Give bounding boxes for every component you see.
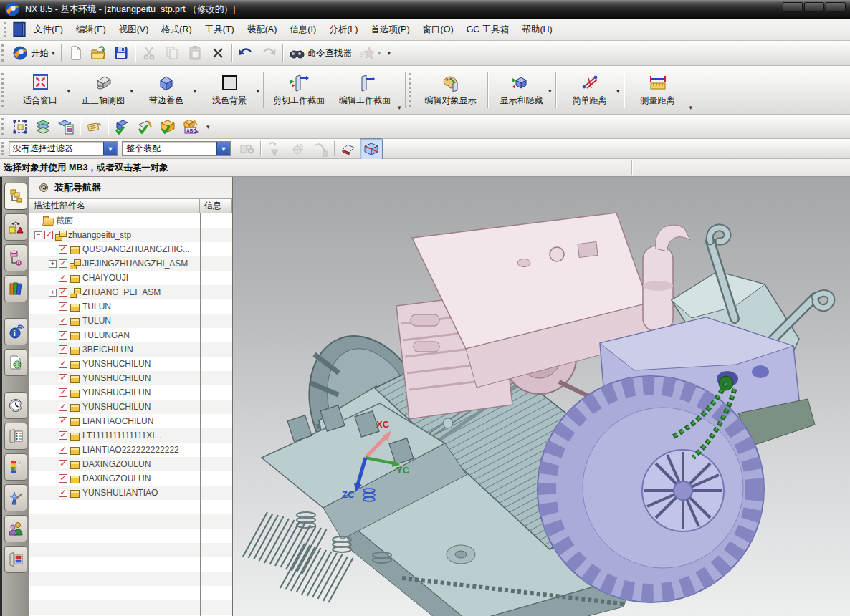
tree-item[interactable]: YUNSHUCHILUN xyxy=(29,385,232,400)
component-checkbox[interactable] xyxy=(59,259,67,268)
toolbar-overflow-icon[interactable]: ▾ xyxy=(388,49,391,57)
selection-scope-combo[interactable]: 整个装配 ▼ xyxy=(122,141,231,156)
dropdown-arrow-icon[interactable]: ▼ xyxy=(216,142,230,155)
validate-block-button[interactable] xyxy=(110,116,133,138)
layer-visible-in-view-button[interactable] xyxy=(54,116,77,138)
snap-rotate-button[interactable] xyxy=(286,138,309,160)
tree-item[interactable]: QUSUANGZHUANGZHIG... xyxy=(29,242,232,256)
trimetric-view-button[interactable]: 正三轴测图 ▾ xyxy=(72,68,135,112)
expander-icon[interactable] xyxy=(49,289,57,297)
tree-item[interactable]: ZHUANG_PEI_ASM xyxy=(29,285,232,299)
highlight-hidden-edges-button[interactable] xyxy=(337,138,360,160)
menu-item[interactable]: 格式(R) xyxy=(155,20,198,39)
menu-item[interactable]: 工具(T) xyxy=(199,20,241,39)
component-checkbox[interactable] xyxy=(44,231,53,239)
select-rectangle-button[interactable] xyxy=(9,116,32,138)
cut-button[interactable] xyxy=(138,42,161,64)
component-checkbox[interactable] xyxy=(59,403,67,411)
component-checkbox[interactable] xyxy=(59,345,67,354)
tree-item[interactable]: YUNSHUCHILUN xyxy=(29,400,232,414)
document-globe-tab[interactable] xyxy=(4,349,27,376)
tree-item[interactable]: DAXINGZOULUN xyxy=(29,457,232,471)
component-checkbox[interactable] xyxy=(59,302,67,311)
history-tab[interactable] xyxy=(4,392,27,419)
tree-item[interactable]: JIEJINGZHUANGZHI_ASM xyxy=(29,256,232,271)
tree-item[interactable]: YUNSHUCHILUN xyxy=(29,357,232,371)
layer-settings-button[interactable] xyxy=(32,116,54,138)
tree-item[interactable]: 截面 xyxy=(29,213,232,228)
measure-distance-button[interactable]: 测量距离 xyxy=(626,68,689,112)
component-checkbox[interactable] xyxy=(59,374,67,382)
redo-button[interactable] xyxy=(257,42,280,64)
expander-icon[interactable] xyxy=(34,231,42,239)
snap-point-filter-button[interactable] xyxy=(263,138,286,160)
show-and-hide-button[interactable]: 显示和隐藏 ▾ xyxy=(490,68,553,112)
drag-handle[interactable] xyxy=(1,44,5,62)
tree-item[interactable]: DAXINGZOULUN xyxy=(29,471,232,486)
menu-item[interactable]: 信息(I) xyxy=(283,20,323,39)
simple-distance-button[interactable]: 简单距离 ▾ xyxy=(558,68,621,112)
drag-handle[interactable] xyxy=(1,73,5,107)
component-checkbox[interactable] xyxy=(59,446,67,454)
component-checkbox[interactable] xyxy=(59,274,67,282)
drag-handle[interactable] xyxy=(4,22,8,37)
start-menu-button[interactable]: 开始 ▾ xyxy=(9,42,59,64)
command-finder-button[interactable]: 命令查找器 xyxy=(285,42,356,64)
menu-item[interactable]: 窗口(O) xyxy=(416,20,460,39)
undo-button[interactable] xyxy=(234,42,257,64)
window-picture-tab[interactable] xyxy=(4,546,27,573)
minimize-button[interactable] xyxy=(783,2,803,12)
people-tab[interactable] xyxy=(4,515,27,542)
column-header-info[interactable]: 信息 xyxy=(200,198,232,213)
maximize-button[interactable] xyxy=(804,2,824,12)
constraint-navigator-tab[interactable] xyxy=(4,213,27,241)
menu-item[interactable]: 视图(V) xyxy=(113,20,156,39)
tree-item[interactable]: YUNSHULIANTIAO xyxy=(29,486,232,500)
component-checkbox[interactable] xyxy=(59,288,67,297)
roles-tab[interactable] xyxy=(4,484,27,511)
reuse-library-tab[interactable] xyxy=(4,275,27,302)
annotation-tag-button[interactable] xyxy=(82,116,105,138)
tree-item[interactable]: TULUN xyxy=(29,299,232,314)
component-checkbox[interactable] xyxy=(59,388,67,397)
interpart-link-button[interactable] xyxy=(235,138,258,160)
graphics-viewport[interactable]: XC YC ZC xyxy=(233,177,850,616)
light-background-button[interactable]: 浅色背景 ▾ xyxy=(198,68,261,112)
component-checkbox[interactable] xyxy=(59,331,67,340)
panel-pin-icon[interactable] xyxy=(39,183,49,193)
snap-chain-button[interactable] xyxy=(309,138,332,160)
validate-sketch-button[interactable] xyxy=(133,116,156,138)
delete-button[interactable] xyxy=(206,42,229,64)
component-checkbox[interactable] xyxy=(59,245,67,254)
component-checkbox[interactable] xyxy=(59,317,67,325)
touch-gesture-button[interactable]: ▾ xyxy=(355,42,385,64)
dropdown-arrow-icon[interactable]: ▼ xyxy=(103,142,117,155)
tree-item[interactable]: LIANTIAOCHILUN xyxy=(29,414,232,428)
assembly-navigator-tab[interactable] xyxy=(4,183,27,210)
group-overflow-icon[interactable]: ▾ xyxy=(689,104,693,111)
column-header-name[interactable]: 描述性部件名 xyxy=(29,198,200,213)
component-checkbox[interactable] xyxy=(59,489,67,497)
component-checkbox[interactable] xyxy=(59,417,67,425)
component-checkbox[interactable] xyxy=(59,431,67,440)
web-browser-tab[interactable]: i xyxy=(4,318,27,345)
drag-handle[interactable] xyxy=(1,118,5,135)
component-checkbox[interactable] xyxy=(59,474,67,483)
tree-item[interactable]: CHAIYOUJI xyxy=(29,271,232,285)
validate-cube-button[interactable] xyxy=(156,116,179,138)
component-checkbox[interactable] xyxy=(59,460,67,468)
tree-item[interactable]: LIANTIAO222222222222 xyxy=(29,443,232,457)
tree-item[interactable]: TULUNGAN xyxy=(29,328,232,342)
visualization-tab[interactable] xyxy=(4,453,27,481)
paste-button[interactable] xyxy=(183,42,206,64)
shade-while-selecting-button[interactable] xyxy=(360,138,383,160)
clip-work-section-button[interactable]: 剪切工作截面 xyxy=(266,68,332,112)
selection-filter-combo[interactable]: 没有选择过滤器 ▼ xyxy=(9,141,118,156)
palettes-tab[interactable] xyxy=(4,423,27,450)
part-navigator-tab[interactable] xyxy=(4,244,27,271)
save-button[interactable] xyxy=(110,42,133,64)
menu-item[interactable]: GC 工具箱 xyxy=(460,20,516,39)
close-button[interactable] xyxy=(826,2,846,12)
tree-item[interactable]: LT1111111111111XI... xyxy=(29,428,232,443)
shaded-with-edges-button[interactable]: 带边着色 ▾ xyxy=(135,68,198,112)
